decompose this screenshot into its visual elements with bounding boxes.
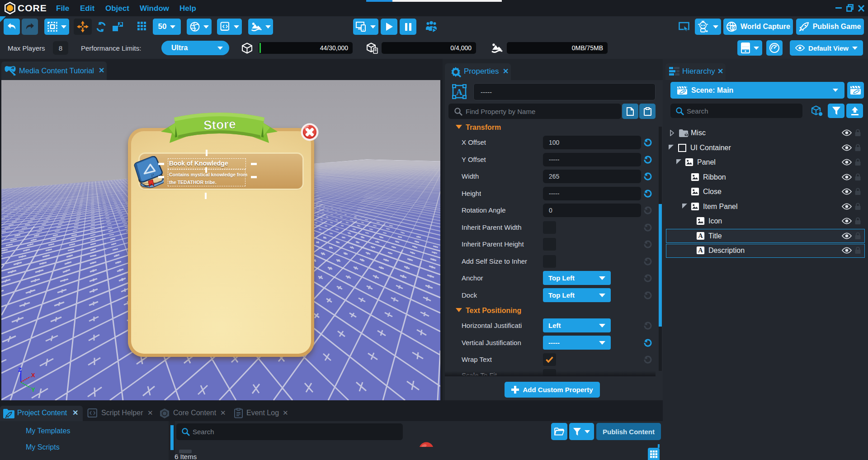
svg-text:X: X bbox=[31, 372, 35, 379]
svg-text:CORE: CORE bbox=[18, 3, 47, 13]
svg-text:Z: Z bbox=[18, 366, 22, 373]
svg-text:A: A bbox=[698, 247, 703, 254]
svg-text:A: A bbox=[698, 232, 703, 239]
svg-text:Y: Y bbox=[31, 386, 35, 393]
svg-text:A: A bbox=[456, 87, 462, 97]
svg-text:Store: Store bbox=[203, 117, 236, 132]
